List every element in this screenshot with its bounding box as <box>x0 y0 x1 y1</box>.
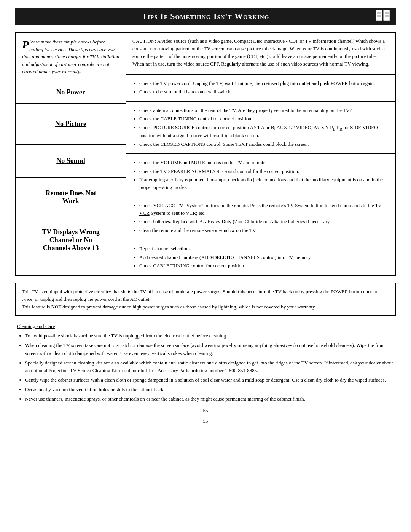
page-num-text: 55 <box>203 407 208 413</box>
list-item: Check the TV SPEAKER NORMAL/OFF sound co… <box>139 168 389 175</box>
list-item: Gently wipe the cabinet surfaces with a … <box>25 376 394 384</box>
list-item: Never use thinners, insecticide sprays, … <box>25 395 394 403</box>
tv-displays-bullets: Repeat channel selection. Add desired ch… <box>126 240 395 275</box>
intro-text: lease make these simple checks before ca… <box>22 39 119 74</box>
list-item: Check VCR-ACC-TV “System” buttons on the… <box>139 202 389 217</box>
list-item: To avoid possible shock hazard be sure t… <box>25 332 394 340</box>
no-sound-label: No Sound <box>56 157 85 165</box>
no-power-label: No Power <box>56 88 85 96</box>
info-box-text: This TV is equipped with protective circ… <box>22 289 378 310</box>
right-column: CAUTION: A video source (such as a video… <box>126 32 395 276</box>
list-item: Check PICTURE SOURCE control for correct… <box>139 124 389 139</box>
page-number: 55 <box>15 407 396 414</box>
no-sound-bullets: Check the VOLUME and MUTE buttons on the… <box>126 154 395 197</box>
intro-box: Please make these simple checks before c… <box>16 33 126 81</box>
list-item: If attempting auxiliary equipment hook-u… <box>139 176 389 191</box>
caution-section: CAUTION: A video source (such as a video… <box>126 33 395 75</box>
remote-label: Remote Does NotWork <box>46 189 96 205</box>
tv-displays-label: TV Displays WrongChannel or NoChannels A… <box>20 228 122 252</box>
list-item: Check antenna connections on the rear of… <box>139 107 389 114</box>
cleaning-title: Cleaning and Care <box>17 323 394 331</box>
section-no-sound: No Sound <box>16 145 126 178</box>
list-item: Check the VOLUME and MUTE buttons on the… <box>139 159 389 166</box>
list-item: When cleaning the TV screen take care no… <box>25 342 394 357</box>
section-tv-displays: TV Displays WrongChannel or NoChannels A… <box>16 217 126 259</box>
drop-cap: P <box>22 39 29 50</box>
section-no-picture: No Picture <box>16 104 126 145</box>
section-no-power: No Power <box>16 81 126 104</box>
section-remote: Remote Does NotWork <box>16 178 126 217</box>
left-column: Please make these simple checks before c… <box>16 32 126 276</box>
list-item: Check to be sure outlet is not on a wall… <box>139 88 389 96</box>
caution-text: CAUTION: A video source (such as a video… <box>132 37 389 68</box>
list-item: Clean the remote and the remote sensor w… <box>139 227 389 234</box>
no-power-bullets: Check the TV power cord. Unplug the TV, … <box>126 75 395 102</box>
page-number-2: 55 <box>15 418 396 424</box>
info-box: This TV is equipped with protective circ… <box>15 283 396 316</box>
page: Tips If Something Isn't Working <box>0 0 411 532</box>
list-item: Check the TV power cord. Unplug the TV, … <box>139 80 389 87</box>
list-item: Add desired channel numbers (ADD/DELETE … <box>139 254 389 261</box>
main-content-table: Please make these simple checks before c… <box>15 32 396 276</box>
list-item: Check CABLE TUNING control for correct p… <box>139 262 389 270</box>
cleaning-list: To avoid possible shock hazard be sure t… <box>17 332 394 403</box>
list-item: Check batteries. Replace with AA Heavy D… <box>139 218 389 225</box>
list-item: Check the CABLE TUNING control for corre… <box>139 115 389 123</box>
no-picture-bullets: Check antenna connections on the rear of… <box>126 102 395 155</box>
page-header: Tips If Something Isn't Working <box>15 8 396 25</box>
list-item: Specially designed screen cleaning kits … <box>25 359 394 374</box>
list-item: Repeat channel selection. <box>139 245 389 252</box>
list-item: Occasionally vacuum the ventilation hole… <box>25 386 394 393</box>
remote-bullets: Check VCR-ACC-TV “System” buttons on the… <box>126 197 395 240</box>
page-title: Tips If Something Isn't Working <box>142 11 269 21</box>
cleaning-section: Cleaning and Care To avoid possible shoc… <box>15 323 396 403</box>
list-item: Check the CLOSED CAPTIONS control. Some … <box>139 141 389 148</box>
no-picture-label: No Picture <box>55 120 86 128</box>
book-icon <box>375 9 390 24</box>
page-num-text-2: 55 <box>203 418 208 424</box>
